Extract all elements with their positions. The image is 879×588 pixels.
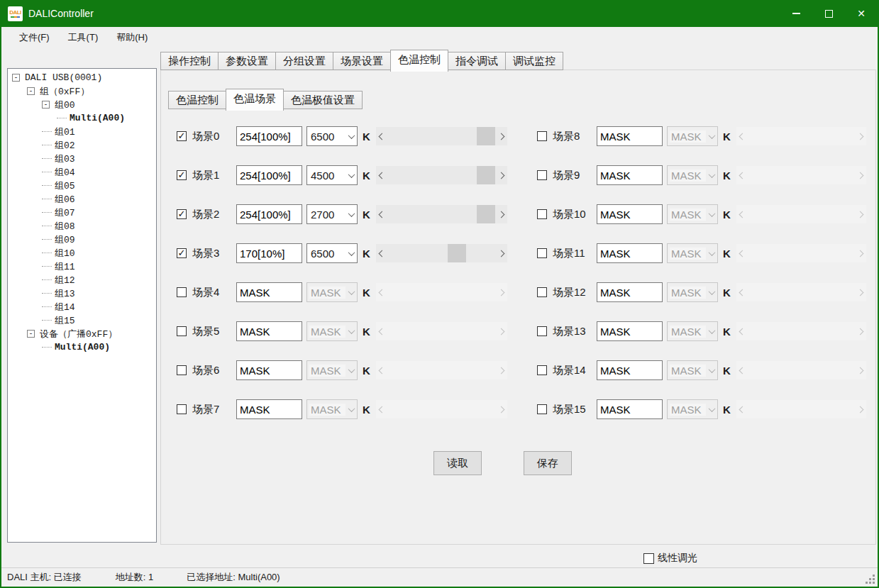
tree-item-label[interactable]: 组（0xFF） [38,85,91,98]
tree-item-label[interactable]: Multi(A00) [53,342,111,353]
tree-toggle-icon[interactable]: - [27,330,35,338]
scene-cct-select[interactable]: 2700 [306,204,358,224]
scroll-left-icon[interactable] [376,205,388,223]
scene-checkbox[interactable] [537,287,547,297]
scene-level-input[interactable] [236,126,302,146]
tree-item-label[interactable]: 组09 [53,233,77,246]
scrollbar-thumb[interactable] [477,127,495,145]
tab-操作控制[interactable]: 操作控制 [160,52,219,70]
scrollbar-thumb[interactable] [448,244,466,262]
tab-调试监控[interactable]: 调试监控 [505,52,563,70]
scroll-right-icon[interactable] [495,244,507,262]
tree-item-label[interactable]: 组00 [53,99,77,111]
scene-checkbox[interactable] [537,170,547,180]
scene-level-input[interactable] [597,243,663,263]
tree-item-label[interactable]: 组05 [53,179,77,192]
tree-item-label[interactable]: Multi(A00) [68,113,126,123]
scene-checkbox[interactable] [537,209,547,219]
subtab-色温场景[interactable]: 色温场景 [226,89,284,111]
scrollbar-track[interactable] [388,127,495,145]
minimize-button[interactable] [780,0,812,27]
scene-level-input[interactable] [597,126,663,146]
scroll-right-icon[interactable] [495,127,507,145]
tree-item-label[interactable]: 组13 [53,287,77,300]
scene-cct-select[interactable]: 6500 [306,243,358,263]
scene-level-scrollbar[interactable] [376,205,507,223]
scene-level-scrollbar[interactable] [376,127,507,145]
scene-checkbox[interactable] [537,248,547,258]
scene-checkbox[interactable] [177,326,187,336]
tree-item-label[interactable]: 组11 [53,260,77,273]
scene-level-input[interactable] [236,243,302,263]
subtab-色温极值设置[interactable]: 色温极值设置 [283,91,363,109]
scene-checkbox[interactable] [177,404,187,414]
scene-level-scrollbar[interactable] [376,244,507,262]
scene-checkbox[interactable] [537,404,547,414]
scrollbar-thumb[interactable] [477,205,495,223]
scene-level-input[interactable] [597,204,663,224]
tree-item-label[interactable]: 组06 [53,193,77,206]
scrollbar-track[interactable] [388,244,495,262]
scene-level-input[interactable] [597,282,663,302]
close-button[interactable]: ✕ [845,0,878,27]
tree-item-label[interactable]: 设备（广播0xFF） [38,328,118,340]
tree-toggle-icon[interactable]: - [12,74,20,82]
device-tree[interactable]: -DALI USB(0001)-组（0xFF）-组00Multi(A00)组01… [7,68,157,543]
scene-checkbox[interactable] [537,326,547,336]
scrollbar-thumb[interactable] [477,166,495,184]
scene-checkbox[interactable]: ✓ [177,170,187,180]
tab-色温控制[interactable]: 色温控制 [390,50,448,72]
scrollbar-track[interactable] [388,166,495,184]
scene-level-input[interactable] [236,321,302,341]
scene-checkbox[interactable]: ✓ [177,131,187,141]
scene-level-input[interactable] [597,321,663,341]
read-button[interactable]: 读取 [433,451,482,475]
tree-item-label[interactable]: 组03 [53,152,77,165]
scene-checkbox[interactable] [177,287,187,297]
tree-item-label[interactable]: 组08 [53,220,77,233]
scene-checkbox[interactable] [537,131,547,141]
tree-item-label[interactable]: DALI USB(0001) [23,72,104,83]
scrollbar-track[interactable] [388,205,495,223]
tree-toggle-icon[interactable]: - [42,101,50,109]
scene-level-input[interactable] [236,360,302,380]
menu-item-0[interactable]: 文件(F) [10,28,59,47]
scroll-left-icon[interactable] [376,166,388,184]
tree-item-label[interactable]: 组12 [53,274,77,287]
menu-item-2[interactable]: 帮助(H) [107,28,157,47]
scroll-right-icon[interactable] [495,166,507,184]
tab-场景设置[interactable]: 场景设置 [333,52,391,70]
scene-cct-select[interactable]: 4500 [306,165,358,185]
scene-checkbox[interactable] [177,365,187,375]
scene-checkbox[interactable] [537,365,547,375]
scroll-left-icon[interactable] [376,127,388,145]
tree-item-label[interactable]: 组04 [53,166,77,179]
tree-toggle-icon[interactable]: - [27,87,35,95]
tab-指令调试[interactable]: 指令调试 [448,52,506,70]
tree-item-label[interactable]: 组02 [53,139,77,152]
maximize-button[interactable] [812,0,845,27]
tree-item-label[interactable]: 组07 [53,206,77,219]
linear-dimming-checkbox[interactable] [643,553,654,564]
tree-item-label[interactable]: 组01 [53,126,77,138]
tree-item-label[interactable]: 组14 [53,301,77,314]
scroll-right-icon[interactable] [495,205,507,223]
resize-grip[interactable] [866,575,875,584]
save-button[interactable]: 保存 [524,451,572,475]
tab-参数设置[interactable]: 参数设置 [218,52,276,70]
scene-checkbox[interactable]: ✓ [177,209,187,219]
scene-level-input[interactable] [236,165,302,185]
subtab-色温控制[interactable]: 色温控制 [168,91,226,109]
scene-cct-select[interactable]: 6500 [306,126,358,146]
tree-item-label[interactable]: 组15 [53,314,77,327]
tree-item-label[interactable]: 组10 [53,247,77,260]
scene-level-input[interactable] [236,399,302,419]
scene-level-input[interactable] [236,204,302,224]
scroll-left-icon[interactable] [376,244,388,262]
menu-item-1[interactable]: 工具(T) [59,28,108,47]
scene-level-input[interactable] [597,360,663,380]
scene-level-input[interactable] [597,399,663,419]
scene-level-input[interactable] [597,165,663,185]
scene-level-input[interactable] [236,282,302,302]
tab-分组设置[interactable]: 分组设置 [275,52,333,70]
